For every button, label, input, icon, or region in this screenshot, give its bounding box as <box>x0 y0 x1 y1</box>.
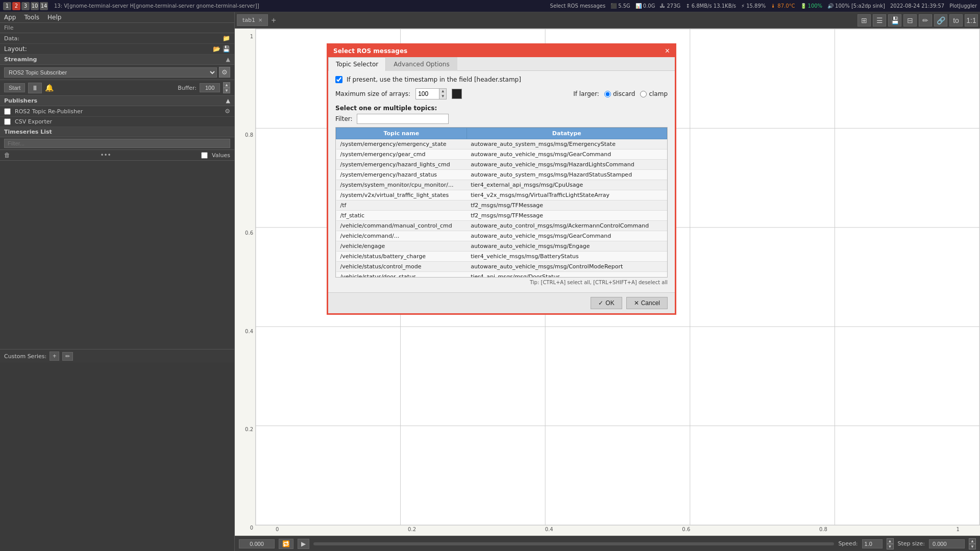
table-row[interactable]: /system/emergency/emergency_stateautowar… <box>336 139 667 149</box>
topic-datatype-cell: autoware_auto_vehicle_msgs/msg/GearComma… <box>467 231 667 241</box>
select-topics-label: Select one or multiple topics: <box>335 105 668 112</box>
table-row[interactable]: /vehicle/command/...autoware_auto_vehicl… <box>336 231 667 241</box>
filter-row: Filter: <box>335 114 668 124</box>
topics-scroll[interactable]: Topic name Datatype /system/emergency/em… <box>335 127 668 278</box>
table-row[interactable]: /system/emergency/hazard_lights_cmdautow… <box>336 160 667 170</box>
topic-datatype-cell: autoware_auto_control_msgs/msg/Ackermann… <box>467 221 667 231</box>
topic-datatype-cell: tier4_vehicle_msgs/msg/BatteryStatus <box>467 252 667 262</box>
dialog-tabs: Topic Selector Advanced Options <box>328 57 675 71</box>
topic-datatype-cell: tier4_external_api_msgs/msg/CpuUsage <box>467 180 667 190</box>
topic-name-cell: /vehicle/command/manual_control_cmd <box>336 221 467 231</box>
topic-name-cell: /vehicle/status/door_status <box>336 272 467 278</box>
topic-col-header[interactable]: Topic name <box>336 128 467 139</box>
topic-datatype-cell: tier4_v2x_msgs/msg/VirtualTrafficLightSt… <box>467 190 667 201</box>
topic-datatype-cell: autoware_auto_vehicle_msgs/msg/HazardLig… <box>467 160 667 170</box>
ok-button[interactable]: ✓ OK <box>591 297 622 309</box>
table-row[interactable]: /vehicle/status/control_modeautoware_aut… <box>336 262 667 272</box>
topic-datatype-cell: tf2_msgs/msg/TFMessage <box>467 201 667 211</box>
table-row[interactable]: /vehicle/command/manual_control_cmdautow… <box>336 221 667 231</box>
table-row[interactable]: /vehicle/status/battery_chargetier4_vehi… <box>336 252 667 262</box>
topic-name-cell: /system/emergency/gear_cmd <box>336 149 467 160</box>
dialog-tab-advanced-options[interactable]: Advanced Options <box>386 57 457 71</box>
topic-name-cell: /tf <box>336 201 467 211</box>
topics-table: Topic name Datatype /system/emergency/em… <box>336 128 667 278</box>
discard-radio-label: discard <box>604 90 635 97</box>
filter-input[interactable] <box>357 114 449 124</box>
topic-name-cell: /vehicle/status/control_mode <box>336 262 467 272</box>
topic-name-cell: /tf_static <box>336 211 467 221</box>
timestamp-checkbox[interactable] <box>335 76 342 83</box>
timestamp-row: If present, use the timestamp in the fie… <box>335 76 668 83</box>
ros-dialog: Select ROS messages × Topic Selector Adv… <box>327 43 676 315</box>
max-array-label: Maximum size of arrays: <box>335 90 410 97</box>
discard-radio[interactable] <box>604 91 611 97</box>
if-larger-label: If larger: <box>573 90 599 97</box>
table-row[interactable]: /vehicle/engageautoware_auto_vehicle_msg… <box>336 241 667 252</box>
max-array-down-arrow[interactable]: ▼ <box>439 94 446 99</box>
topic-datatype-cell: autoware_auto_vehicle_msgs/msg/GearComma… <box>467 149 667 160</box>
timestamp-label: If present, use the timestamp in the fie… <box>347 76 521 83</box>
topic-datatype-cell: autoware_auto_vehicle_msgs/msg/ControlMo… <box>467 262 667 272</box>
clamp-radio[interactable] <box>640 91 647 97</box>
table-row[interactable]: /vehicle/status/door_statustier4_api_msg… <box>336 272 667 278</box>
dialog-overlay: Select ROS messages × Topic Selector Adv… <box>0 0 980 551</box>
topic-datatype-cell: tier4_api_msgs/msg/DoorStatus <box>467 272 667 278</box>
tip-row: Tip: [CTRL+A] select all, [CTRL+SHIFT+A]… <box>335 278 668 287</box>
topic-name-cell: /system/emergency/emergency_state <box>336 139 467 149</box>
topic-datatype-cell: tf2_msgs/msg/TFMessage <box>467 211 667 221</box>
max-array-row: Maximum size of arrays: ▲ ▼ If larger: d… <box>335 88 668 99</box>
dialog-title-bar: Select ROS messages × <box>328 45 675 57</box>
max-array-input[interactable] <box>416 89 439 98</box>
datatype-col-header[interactable]: Datatype <box>467 128 667 139</box>
max-array-spinbox[interactable]: ▲ ▼ <box>415 88 447 99</box>
table-row[interactable]: /tf_statictf2_msgs/msg/TFMessage <box>336 211 667 221</box>
topic-name-cell: /system/system_monitor/cpu_monitor/... <box>336 180 467 190</box>
dialog-content: If present, use the timestamp in the fie… <box>328 71 675 292</box>
topic-name-cell: /vehicle/engage <box>336 241 467 252</box>
dialog-footer: ✓ OK ✕ Cancel <box>328 292 675 313</box>
filter-label: Filter: <box>335 115 353 122</box>
table-row[interactable]: /tftf2_msgs/msg/TFMessage <box>336 201 667 211</box>
topic-name-cell: /system/emergency/hazard_status <box>336 170 467 180</box>
clamp-radio-label: clamp <box>640 90 668 97</box>
topic-name-cell: /vehicle/command/... <box>336 231 467 241</box>
dialog-close-button[interactable]: × <box>665 47 670 55</box>
topic-name-cell: /system/v2x/virtual_traffic_light_states <box>336 190 467 201</box>
dialog-title-text: Select ROS messages <box>333 47 407 55</box>
radio-group: discard clamp <box>604 90 668 97</box>
topic-datatype-cell: autoware_auto_vehicle_msgs/msg/Engage <box>467 241 667 252</box>
topic-name-cell: /system/emergency/hazard_lights_cmd <box>336 160 467 170</box>
dialog-tab-topic-selector[interactable]: Topic Selector <box>328 57 386 71</box>
topic-datatype-cell: autoware_auto_system_msgs/msg/HazardStat… <box>467 170 667 180</box>
table-row[interactable]: /system/v2x/virtual_traffic_light_states… <box>336 190 667 201</box>
color-swatch[interactable] <box>452 89 462 99</box>
table-row[interactable]: /system/emergency/gear_cmdautoware_auto_… <box>336 149 667 160</box>
table-row[interactable]: /system/system_monitor/cpu_monitor/...ti… <box>336 180 667 190</box>
cancel-button[interactable]: ✕ Cancel <box>626 297 668 309</box>
topic-name-cell: /vehicle/status/battery_charge <box>336 252 467 262</box>
topic-datatype-cell: autoware_auto_system_msgs/msg/EmergencyS… <box>467 139 667 149</box>
table-row[interactable]: /system/emergency/hazard_statusautoware_… <box>336 170 667 180</box>
max-array-up-arrow[interactable]: ▲ <box>439 89 446 94</box>
